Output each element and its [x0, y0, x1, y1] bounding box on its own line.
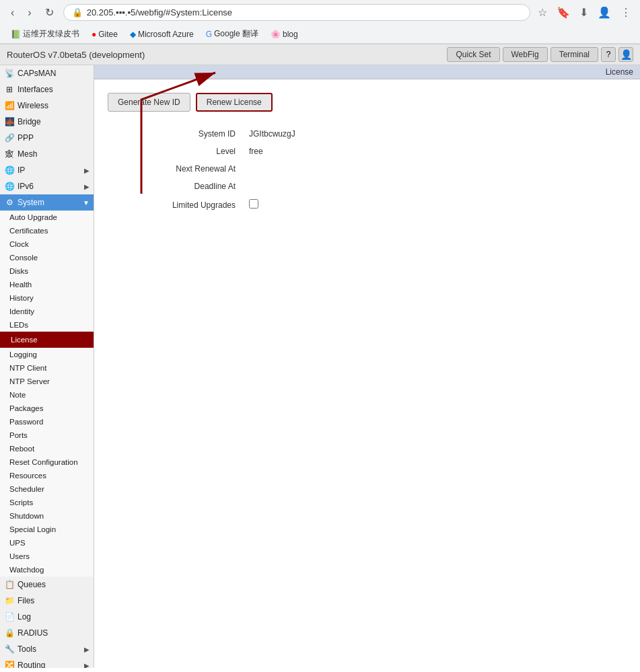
user-icon: 👤 — [620, 49, 632, 60]
sidebar-item-files[interactable]: 📁 Files — [0, 593, 94, 609]
sidebar-item-password[interactable]: Password — [0, 415, 94, 428]
sidebar-item-ipv6[interactable]: 🌐 IPv6 ▶ — [0, 178, 94, 194]
sidebar-item-resources[interactable]: Resources — [0, 469, 94, 482]
sidebar-item-ip[interactable]: 🌐 IP ▶ — [0, 162, 94, 178]
bookmark-icon-azure: ◆ — [130, 30, 136, 39]
bookmark-gitee[interactable]: ● Gitee — [87, 28, 122, 40]
bookmark-azure[interactable]: ◆ Microsoft Azure — [126, 28, 198, 40]
next-renewal-label: Next Renewal At — [108, 160, 242, 178]
sidebar-item-note[interactable]: Note — [0, 388, 94, 402]
next-renewal-value — [242, 160, 627, 178]
level-value: free — [242, 143, 627, 160]
refresh-button[interactable]: ↻ — [41, 5, 58, 20]
sidebar-item-history[interactable]: History — [0, 291, 94, 305]
star-button[interactable]: ☆ — [536, 4, 549, 21]
system-icon: ⚙ — [4, 197, 15, 208]
profile-button[interactable]: 👤 — [596, 4, 613, 21]
limited-upgrades-label: Limited Upgrades — [108, 195, 242, 215]
sidebar-item-capsman[interactable]: 📡 CAPsMAN — [0, 65, 94, 81]
sidebar-item-users[interactable]: Users — [0, 550, 94, 563]
generate-new-id-button[interactable]: Generate New ID — [108, 93, 190, 112]
system-id-value: JGItbcwuzgJ — [242, 125, 627, 143]
sidebar-item-reset-configuration[interactable]: Reset Configuration — [0, 455, 94, 469]
sidebar-item-shutdown[interactable]: Shutdown — [0, 509, 94, 523]
license-fields-table: System ID JGItbcwuzgJ Level free Next Re… — [108, 125, 627, 215]
quick-set-button[interactable]: Quick Set — [447, 47, 499, 62]
routing-icon: 🔀 — [4, 660, 15, 668]
sidebar-item-special-login[interactable]: Special Login — [0, 523, 94, 536]
sidebar-item-ups[interactable]: UPS — [0, 536, 94, 550]
sidebar-item-health[interactable]: Health — [0, 278, 94, 291]
sidebar-item-routing[interactable]: 🔀 Routing ▶ — [0, 657, 94, 668]
sidebar-item-wireless[interactable]: 📶 Wireless — [0, 98, 94, 114]
browser-toolbar: ‹ › ↻ 🔒 20.205.▪▪▪.▪5/webfig/#System:Lic… — [0, 0, 640, 25]
routing-arrow: ▶ — [84, 662, 90, 669]
sidebar-item-ntp-server[interactable]: NTP Server — [0, 375, 94, 388]
sidebar-item-tools[interactable]: 🔧 Tools ▶ — [0, 641, 94, 657]
sidebar-item-queues[interactable]: 📋 Queues — [0, 576, 94, 593]
limited-upgrades-checkbox[interactable] — [249, 199, 258, 209]
interfaces-icon: ⊞ — [4, 84, 15, 95]
sidebar-item-console[interactable]: Console — [0, 251, 94, 264]
sidebar-item-scheduler[interactable]: Scheduler — [0, 482, 94, 496]
sidebar-item-ports[interactable]: Ports — [0, 428, 94, 442]
sidebar-item-system[interactable]: ⚙ System ▼ — [0, 194, 94, 211]
sidebar-item-certificates[interactable]: Certificates — [0, 224, 94, 237]
sidebar-item-scripts[interactable]: Scripts — [0, 496, 94, 509]
system-submenu: Auto Upgrade Certificates Clock Console … — [0, 211, 94, 576]
sidebar-item-log[interactable]: 📄 Log — [0, 609, 94, 625]
app-header: RouterOS v7.0beta5 (development) Quick S… — [0, 44, 640, 65]
sidebar-item-ppp[interactable]: 🔗 PPP — [0, 130, 94, 146]
header-buttons: Quick Set WebFig Terminal ? 👤 — [447, 47, 633, 62]
sidebar-item-disks[interactable]: Disks — [0, 264, 94, 278]
renew-license-button[interactable]: Renew License — [196, 93, 273, 112]
app-title: RouterOS v7.0beta5 (development) — [7, 50, 145, 60]
sidebar-item-clock[interactable]: Clock — [0, 237, 94, 251]
bookmarks-bar: 📗 运维开发绿皮书 ● Gitee ◆ Microsoft Azure G Go… — [0, 25, 640, 44]
sidebar-item-watchdog[interactable]: Watchdog — [0, 563, 94, 576]
address-bar[interactable]: 🔒 20.205.▪▪▪.▪5/webfig/#System:License — [63, 4, 530, 21]
sidebar-item-reboot[interactable]: Reboot — [0, 442, 94, 455]
bridge-icon: 🌉 — [4, 116, 15, 127]
webfig-button[interactable]: WebFig — [503, 47, 548, 62]
bookmark-yunwei[interactable]: 📗 运维开发绿皮书 — [7, 27, 83, 41]
system-arrow: ▼ — [83, 199, 90, 207]
files-icon: 📁 — [4, 595, 15, 606]
table-row: Level free — [108, 143, 627, 160]
download-button[interactable]: ⬇ — [577, 4, 590, 21]
sidebar-item-ntp-client[interactable]: NTP Client — [0, 361, 94, 375]
browser-chrome: ‹ › ↻ 🔒 20.205.▪▪▪.▪5/webfig/#System:Lic… — [0, 0, 640, 44]
sidebar-item-leds[interactable]: LEDs — [0, 318, 94, 332]
sidebar-item-license[interactable]: License — [0, 332, 94, 348]
browser-icons: ☆ 🔖 ⬇ 👤 ⋮ — [536, 4, 633, 21]
bookmark-icon-blog: 🌸 — [271, 30, 281, 39]
bookmark-google-translate[interactable]: G Google 翻译 — [202, 27, 262, 41]
bookmark-icon-google-translate: G — [206, 30, 212, 39]
deadline-value — [242, 178, 627, 195]
menu-button[interactable]: ⋮ — [618, 4, 633, 21]
help-button[interactable]: ? — [601, 47, 616, 62]
radius-icon: 🔒 — [4, 628, 15, 638]
limited-upgrades-value[interactable] — [242, 195, 627, 215]
sidebar-item-logging[interactable]: Logging — [0, 348, 94, 361]
bookmark-button[interactable]: 🔖 — [555, 4, 572, 21]
sidebar-item-identity[interactable]: Identity — [0, 305, 94, 318]
bookmark-blog[interactable]: 🌸 blog — [266, 28, 302, 40]
sidebar-item-bridge[interactable]: 🌉 Bridge — [0, 114, 94, 130]
table-row: Deadline At — [108, 178, 627, 195]
capsman-icon: 📡 — [4, 68, 15, 79]
forward-button[interactable]: › — [24, 5, 35, 20]
user-button[interactable]: 👤 — [618, 47, 633, 62]
sidebar-item-auto-upgrade[interactable]: Auto Upgrade — [0, 211, 94, 224]
sidebar-item-interfaces[interactable]: ⊞ Interfaces — [0, 81, 94, 98]
content-title-bar: License — [94, 65, 640, 79]
mesh-icon: 🕸 — [4, 149, 15, 159]
back-button[interactable]: ‹ — [7, 5, 18, 20]
bookmark-icon-gitee: ● — [92, 30, 96, 39]
terminal-button[interactable]: Terminal — [550, 47, 598, 62]
sidebar-item-radius[interactable]: 🔒 RADIUS — [0, 625, 94, 641]
queues-icon: 📋 — [4, 579, 15, 590]
bookmark-icon-yunwei: 📗 — [11, 30, 21, 39]
sidebar-item-mesh[interactable]: 🕸 Mesh — [0, 146, 94, 162]
sidebar-item-packages[interactable]: Packages — [0, 402, 94, 415]
